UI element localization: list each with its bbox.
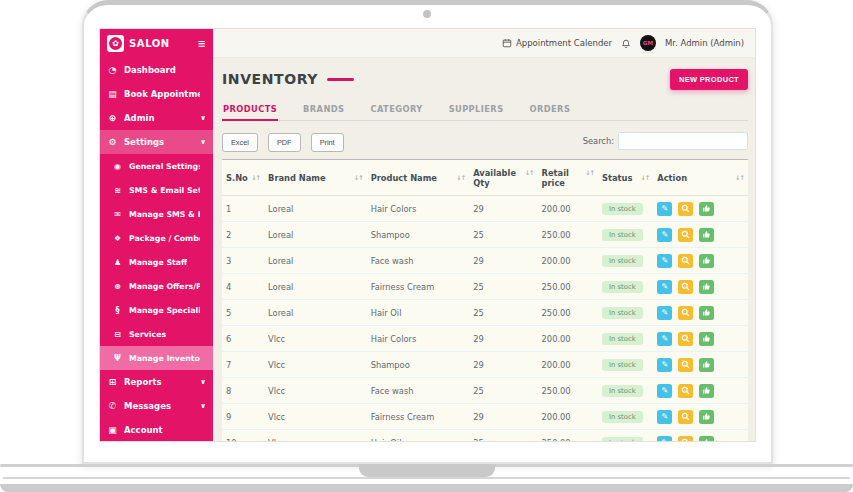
- cart-icon: ⊟: [112, 330, 123, 339]
- sort-icon[interactable]: ↓↑: [456, 174, 465, 182]
- sidebar-item[interactable]: ❖ Package / Combo: [100, 226, 213, 250]
- sidebar-item[interactable]: ⊞ Reports ∨: [100, 370, 213, 394]
- edit-button[interactable]: ✎: [657, 358, 672, 372]
- cell-status: In stock: [598, 300, 653, 326]
- sidebar-item-label: Admin: [124, 113, 155, 123]
- approve-button[interactable]: [699, 436, 714, 442]
- sidebar-item-label: Manage Specialization: [129, 306, 200, 315]
- tab[interactable]: PRODUCTS: [222, 98, 278, 121]
- appointment-calendar-label: Appointment Calender: [516, 38, 612, 48]
- column-header[interactable]: ↓↑ Brand Name: [264, 160, 367, 196]
- tab[interactable]: CATEGORY: [369, 98, 423, 121]
- column-header[interactable]: ↓↑ Retail price: [538, 160, 598, 196]
- view-button[interactable]: [678, 228, 693, 242]
- approve-button[interactable]: [699, 332, 714, 346]
- hamburger-icon[interactable]: ≡: [198, 38, 206, 49]
- avatar[interactable]: GM: [640, 35, 656, 51]
- export-button[interactable]: Print: [311, 133, 344, 152]
- search-label: Search:: [583, 136, 614, 146]
- appointment-calendar-link[interactable]: Appointment Calender: [502, 38, 612, 48]
- edit-button[interactable]: ✎: [657, 254, 672, 268]
- export-button[interactable]: PDF: [268, 133, 301, 152]
- edit-button[interactable]: ✎: [657, 410, 672, 424]
- view-button[interactable]: [678, 384, 693, 398]
- sidebar-item[interactable]: ⊟ Services: [100, 322, 213, 346]
- export-button[interactable]: Excel: [222, 133, 258, 152]
- view-button[interactable]: [678, 280, 693, 294]
- sort-icon[interactable]: ↓↑: [585, 169, 594, 177]
- table-row: 2 Loreal Shampoo 25 250.00 In stock: [222, 222, 748, 248]
- cell-price: 200.00: [538, 248, 598, 274]
- magnifier-icon: [681, 386, 690, 395]
- edit-button[interactable]: ✎: [657, 280, 672, 294]
- sort-icon[interactable]: ↓↑: [251, 174, 260, 182]
- sidebar-item[interactable]: ⊕ Admin ∨: [100, 106, 213, 130]
- cell-price: 250.00: [538, 430, 598, 442]
- column-header[interactable]: ↓↑ Available Qty: [469, 160, 537, 196]
- sidebar-item[interactable]: ⚙ Settings ∨: [100, 130, 213, 154]
- sort-icon[interactable]: ↓↑: [735, 174, 744, 182]
- column-header[interactable]: ↓↑ S.No: [222, 160, 264, 196]
- sidebar-item[interactable]: ◉ General Settings: [100, 154, 213, 178]
- sort-icon[interactable]: ↓↑: [640, 174, 649, 182]
- tab[interactable]: SUPPLIERS: [448, 98, 505, 121]
- view-button[interactable]: [678, 254, 693, 268]
- sidebar-item-label: General Settings: [129, 162, 200, 171]
- approve-button[interactable]: [699, 254, 714, 268]
- cell-price: 200.00: [538, 352, 598, 378]
- edit-button[interactable]: ✎: [657, 228, 672, 242]
- chevron-down-icon: ∨: [200, 114, 206, 122]
- bell-icon[interactable]: [621, 38, 631, 49]
- edit-button[interactable]: ✎: [657, 384, 672, 398]
- approve-button[interactable]: [699, 280, 714, 294]
- sidebar-item[interactable]: ⊛ Manage Offers/Promos: [100, 274, 213, 298]
- view-button[interactable]: [678, 436, 693, 442]
- cell-brand: Loreal: [264, 248, 367, 274]
- edit-button[interactable]: ✎: [657, 202, 672, 216]
- tab[interactable]: ORDERS: [529, 98, 572, 121]
- sidebar-item[interactable]: Ψ Manage Inventory: [100, 346, 213, 370]
- approve-button[interactable]: [699, 358, 714, 372]
- view-button[interactable]: [678, 202, 693, 216]
- view-button[interactable]: [678, 332, 693, 346]
- table-row: 9 Vlcc Fairness Cream 29 200.00 In stock: [222, 404, 748, 430]
- view-button[interactable]: [678, 358, 693, 372]
- view-button[interactable]: [678, 410, 693, 424]
- sidebar-item[interactable]: ♟ Manage Staff: [100, 250, 213, 274]
- view-button[interactable]: [678, 306, 693, 320]
- cell-brand: Vlcc: [264, 326, 367, 352]
- cell-price: 250.00: [538, 222, 598, 248]
- new-product-button[interactable]: NEW PRODUCT: [670, 69, 748, 90]
- column-header[interactable]: ↓↑ Status: [598, 160, 653, 196]
- sidebar-item-label: Services: [129, 330, 166, 339]
- edit-button[interactable]: ✎: [657, 332, 672, 346]
- cell-sno: 10: [222, 430, 264, 442]
- sidebar-item[interactable]: ✆ Messages ∨: [100, 394, 213, 418]
- sidebar-item[interactable]: ▤ Book Appointment: [100, 82, 213, 106]
- column-header[interactable]: ↓↑ Action: [653, 160, 748, 196]
- tab[interactable]: BRANDS: [302, 98, 345, 121]
- magnifier-icon: [681, 412, 690, 421]
- approve-button[interactable]: [699, 306, 714, 320]
- cell-price: 200.00: [538, 404, 598, 430]
- sort-icon[interactable]: ↓↑: [354, 174, 363, 182]
- edit-button[interactable]: ✎: [657, 306, 672, 320]
- inventory-table-panel: ↓↑ S.No ↓↑ Brand Name: [222, 159, 748, 441]
- sidebar-item[interactable]: ◔ Dashboard: [100, 58, 213, 82]
- cell-brand: Vlcc: [264, 430, 367, 442]
- sort-icon[interactable]: ↓↑: [525, 169, 534, 177]
- status-badge: In stock: [602, 203, 643, 215]
- sidebar-item[interactable]: ✉ Manage SMS & Email: [100, 202, 213, 226]
- edit-button[interactable]: ✎: [657, 436, 672, 442]
- sidebar-item[interactable]: ▣ Account: [100, 418, 213, 441]
- sidebar-item[interactable]: ≋ SMS & Email Settings: [100, 178, 213, 202]
- approve-button[interactable]: [699, 384, 714, 398]
- approve-button[interactable]: [699, 410, 714, 424]
- approve-button[interactable]: [699, 228, 714, 242]
- sidebar-item[interactable]: § Manage Specialization: [100, 298, 213, 322]
- thumbs-up-icon: [702, 204, 711, 213]
- approve-button[interactable]: [699, 202, 714, 216]
- search-input[interactable]: [618, 132, 748, 150]
- column-header[interactable]: ↓↑ Product Name: [367, 160, 470, 196]
- thumbs-up-icon: [702, 334, 711, 343]
